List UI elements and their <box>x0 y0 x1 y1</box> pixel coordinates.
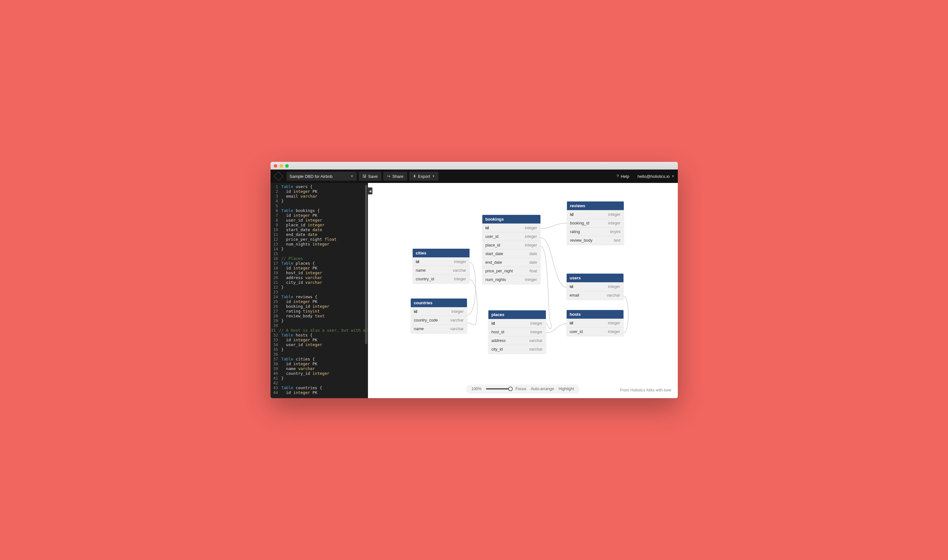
table-hosts[interactable]: hostsidintegeruser_idinteger <box>567 310 623 336</box>
table-header[interactable]: countries <box>411 298 467 307</box>
code-line[interactable]: 3 email varchar <box>271 194 368 198</box>
code-line[interactable]: 30 <box>271 323 368 328</box>
table-column[interactable]: end_datedate <box>482 258 540 266</box>
code-line[interactable]: 11 end_date date <box>271 232 368 237</box>
code-line[interactable]: 21 city_id varchar <box>271 280 368 285</box>
table-column[interactable]: idinteger <box>567 318 623 327</box>
table-column[interactable]: booking_idinteger <box>567 219 624 227</box>
code-line[interactable]: 19 host_id integer <box>271 271 368 275</box>
zoom-slider[interactable] <box>486 388 511 389</box>
table-column[interactable]: country_idinteger <box>413 275 470 283</box>
table-column[interactable]: host_idinteger <box>489 328 546 336</box>
user-menu[interactable]: hello@holistics.io ▼ <box>638 174 675 179</box>
code-editor[interactable]: 1Table users {2 id integer PK3 email var… <box>271 183 368 398</box>
table-column[interactable]: price_per_nightfloat <box>482 266 540 275</box>
table-places[interactable]: placesidintegerhost_idintegeraddressvarc… <box>489 310 546 354</box>
table-column[interactable]: idinteger <box>482 223 540 232</box>
table-column[interactable]: addressvarchar <box>489 336 546 345</box>
table-column[interactable]: idinteger <box>489 319 546 328</box>
code-line[interactable]: 42 <box>271 381 368 385</box>
table-column[interactable]: ratingtinyint <box>567 227 624 236</box>
table-reviews[interactable]: reviewsidintegerbooking_idintegerratingt… <box>567 202 624 245</box>
code-line[interactable]: 16// Places <box>271 256 368 261</box>
table-column[interactable]: user_idinteger <box>567 327 623 336</box>
code-line[interactable]: 39 name varchar <box>271 366 368 371</box>
table-header[interactable]: cities <box>413 249 470 257</box>
code-line[interactable]: 34 user_id integer <box>271 342 368 347</box>
code-line[interactable]: 13 num_nights integer <box>271 242 368 246</box>
code-line[interactable]: 23 <box>271 289 368 294</box>
table-header[interactable]: places <box>489 310 546 319</box>
slider-knob[interactable] <box>509 387 513 391</box>
code-line[interactable]: 29} <box>271 318 368 323</box>
code-line[interactable]: 2 id integer PK <box>271 189 368 194</box>
code-line[interactable]: 36 <box>271 352 368 357</box>
table-header[interactable]: bookings <box>482 215 540 223</box>
table-header[interactable]: reviews <box>567 202 624 210</box>
table-column[interactable]: review_bodytext <box>567 236 624 245</box>
code-line[interactable]: 43Table countries { <box>271 385 368 390</box>
code-line[interactable]: 17Table places { <box>271 261 368 266</box>
share-button[interactable]: ↪ Share <box>383 172 407 181</box>
code-line[interactable]: 40 country_id integer <box>271 371 368 376</box>
code-line[interactable]: 31// A host is also a user, but with ad <box>271 328 368 333</box>
table-column[interactable]: idinteger <box>411 307 467 316</box>
table-countries[interactable]: countriesidintegercountry_codevarcharnam… <box>411 298 467 333</box>
table-column[interactable]: emailvarchar <box>567 291 623 300</box>
table-column[interactable]: country_codevarchar <box>411 316 467 325</box>
code-line[interactable]: 20 address varchar <box>271 275 368 280</box>
table-column[interactable]: namevarchar <box>413 266 470 275</box>
code-line[interactable]: 28 review_body text <box>271 314 368 318</box>
table-column[interactable]: num_nightsinteger <box>482 275 540 284</box>
save-button[interactable]: 🖫 Save <box>359 172 382 181</box>
highlight-button[interactable]: Highlight <box>559 387 574 391</box>
project-dropdown[interactable]: Sample DBD for Airbnb ▼ <box>287 172 357 181</box>
code-line[interactable]: 5 <box>271 203 368 208</box>
table-column[interactable]: idinteger <box>413 257 470 266</box>
collapse-editor-button[interactable]: ◀ <box>368 188 372 194</box>
code-line[interactable]: 12 price_per_night float <box>271 237 368 242</box>
code-line[interactable]: 15 <box>271 251 368 256</box>
table-column[interactable]: idinteger <box>567 282 623 291</box>
code-line[interactable]: 7 id integer PK <box>271 213 368 218</box>
scrollbar-thumb[interactable] <box>365 185 367 344</box>
table-column[interactable]: user_idinteger <box>482 232 540 241</box>
code-line[interactable]: 8 user_id integer <box>271 218 368 223</box>
code-line[interactable]: 18 id integer PK <box>271 266 368 271</box>
auto-arrange-button[interactable]: Auto-arrange <box>531 387 554 391</box>
table-users[interactable]: usersidintegeremailvarchar <box>567 274 623 300</box>
code-line[interactable]: 25 id integer PK <box>271 299 368 304</box>
code-line[interactable]: 10 start_date date <box>271 227 368 232</box>
table-header[interactable]: users <box>567 274 623 282</box>
code-line[interactable]: 1Table users { <box>271 184 368 189</box>
code-line[interactable]: 37Table cities { <box>271 357 368 362</box>
focus-button[interactable]: Focus <box>515 387 526 391</box>
table-column[interactable]: namevarchar <box>411 325 467 333</box>
code-line[interactable]: 33 id integer PK <box>271 337 368 342</box>
close-icon[interactable] <box>274 164 277 168</box>
table-column[interactable]: idinteger <box>567 210 624 219</box>
code-line[interactable]: 22} <box>271 285 368 289</box>
table-column[interactable]: place_idinteger <box>482 241 540 249</box>
table-cities[interactable]: citiesidintegernamevarcharcountry_idinte… <box>413 249 470 283</box>
code-line[interactable]: 6Table bookings { <box>271 208 368 213</box>
code-line[interactable]: 35} <box>271 347 368 352</box>
code-line[interactable]: 41} <box>271 376 368 381</box>
table-bookings[interactable]: bookingsidintegeruser_idintegerplace_idi… <box>482 215 540 284</box>
code-line[interactable]: 14} <box>271 246 368 251</box>
table-column[interactable]: city_idvarchar <box>489 345 546 354</box>
code-line[interactable]: 4} <box>271 198 368 203</box>
code-line[interactable]: 32Table hosts { <box>271 333 368 337</box>
export-button[interactable]: ⬇ Export ▼ <box>409 172 439 181</box>
code-line[interactable]: 26 booking_id integer <box>271 304 368 309</box>
maximize-icon[interactable] <box>285 164 289 168</box>
table-header[interactable]: hosts <box>567 310 623 318</box>
code-line[interactable]: 9 place_id integer <box>271 223 368 227</box>
minimize-icon[interactable] <box>279 164 283 168</box>
help-button[interactable]: ? Help <box>617 174 629 179</box>
diagram-canvas[interactable]: ◀ citiesidintegernamevarcharcountry_idin… <box>368 183 678 398</box>
code-line[interactable]: 24Table reviews { <box>271 294 368 299</box>
code-line[interactable]: 27 rating tinyint <box>271 309 368 314</box>
code-line[interactable]: 38 id integer PK <box>271 362 368 366</box>
table-column[interactable]: start_datedate <box>482 249 540 258</box>
